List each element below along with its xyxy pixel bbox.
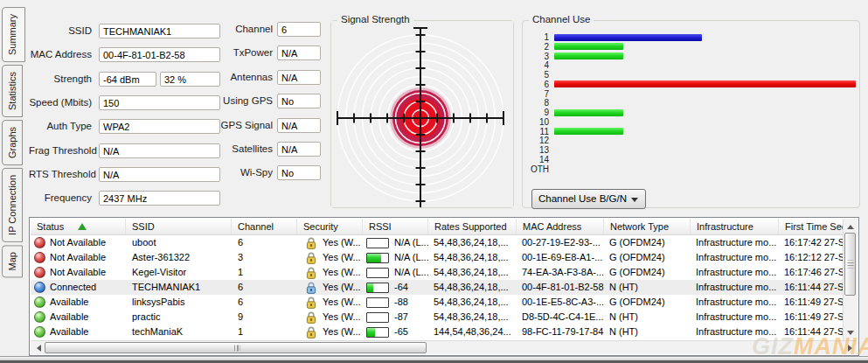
cell-ssid: TECHMANIAK1: [126, 280, 232, 295]
table-row-aster-361322[interactable]: Not AvailableAster-3613223 Yes (W...N/A …: [31, 250, 843, 265]
cell-infrastructure: Infrastructure mo...: [691, 265, 779, 280]
cell-status: Connected: [31, 280, 126, 295]
field-value[interactable]: -64 dBm: [99, 72, 156, 87]
table-row-techmaniak1[interactable]: ConnectedTECHMANIAK16 Yes (W...-6454,48,…: [31, 280, 843, 295]
cell-channel: 6: [232, 235, 297, 250]
summary-fields-right: Channel6TxPowerN/AAntennasN/AUsing GPSNo…: [210, 17, 325, 192]
scroll-right-button[interactable]: [844, 341, 855, 354]
header-cell-infrastructure[interactable]: Infrastructure: [691, 219, 779, 234]
header-cell-channel[interactable]: Channel: [232, 219, 297, 234]
field-value[interactable]: N/A: [99, 167, 220, 182]
scroll-left-button[interactable]: [33, 341, 44, 354]
lock-icon: [306, 252, 316, 264]
field-value[interactable]: 6: [277, 22, 321, 37]
field-value[interactable]: 2437 MHz: [99, 191, 220, 206]
channel-label: 7: [526, 90, 549, 98]
rssi-bar: [366, 268, 389, 278]
channel-bar-row-oth: OTH: [526, 165, 554, 173]
header-cell-security[interactable]: Security: [297, 219, 363, 234]
tab-strip: SummaryStatisticsGraphsIP ConnectionMap: [2, 7, 25, 277]
cell-status: Available: [31, 310, 126, 325]
cell-network-type: G (OFDM24): [604, 235, 691, 250]
status-text: Connected: [50, 280, 96, 295]
scroll-down-button[interactable]: [844, 327, 858, 338]
table-row-techmaniak[interactable]: AvailabletechManiaK1 Yes (W...-65144,54,…: [31, 325, 843, 339]
header-cell-network-type[interactable]: Network Type: [604, 219, 691, 234]
field-value[interactable]: 150: [99, 95, 220, 110]
vertical-scroll-thumb[interactable]: [844, 233, 856, 296]
table-row-linksyspabis[interactable]: AvailablelinksysPabis6 Yes (W...-8854,48…: [31, 295, 843, 310]
cell-channel: 9: [232, 310, 297, 325]
channel-use-mode-dropdown[interactable]: Channel Use B/G/N: [531, 189, 646, 209]
field-value[interactable]: 00-4F-81-01-B2-58: [99, 47, 220, 62]
header-cell-first-time-seen[interactable]: First Time Seen: [779, 219, 844, 234]
cell-status: Available: [31, 295, 126, 310]
header-cell-ssid[interactable]: SSID: [126, 219, 232, 234]
cell-ssid: linksysPabis: [126, 295, 232, 310]
dropdown-value: Channel Use B/G/N: [538, 193, 627, 204]
tab-graphs[interactable]: Graphs: [2, 120, 23, 165]
field-value[interactable]: No: [277, 94, 321, 108]
tab-statistics[interactable]: Statistics: [2, 65, 23, 117]
signal-strength-radar: [331, 21, 513, 207]
rssi-text: -88: [394, 295, 408, 310]
cell-channel: 6: [232, 295, 297, 310]
field-label: Antennas: [210, 70, 273, 85]
field-value[interactable]: TECHMANIAK1: [99, 24, 220, 38]
status-text: Not Available: [50, 265, 106, 280]
tab-map[interactable]: Map: [2, 245, 23, 277]
scroll-up-button[interactable]: [844, 221, 858, 232]
field-value[interactable]: N/A: [277, 118, 321, 133]
channel-use-groupbox: Channel Use 1234567891011121314OTH Chann…: [522, 20, 860, 208]
table-row-kegel-visitor[interactable]: Not AvailableKegel-Visitor1 Yes (W...N/A…: [31, 265, 843, 280]
table-row-uboot[interactable]: Not Availableuboot6 Yes (W...N/A (L...54…: [31, 235, 843, 250]
channel-use-title: Channel Use: [529, 14, 594, 24]
table-body: Not Availableuboot6 Yes (W...N/A (L...54…: [31, 235, 843, 339]
cell-mac-address: 98-FC-11-79-17-84: [517, 325, 604, 339]
tab-ip-connection[interactable]: IP Connection: [2, 168, 23, 242]
cell-mac-address: 00-1E-E5-8C-A3-...: [517, 295, 604, 310]
cell-first-time-seen: 16:12:12 27-Se: [779, 250, 844, 265]
channel-label: 8: [526, 99, 549, 107]
field-value[interactable]: WPA2: [99, 119, 220, 134]
cell-ssid: techManiaK: [126, 325, 232, 339]
cell-ssid: uboot: [126, 235, 232, 250]
header-cell-rates-supported[interactable]: Rates Supported: [428, 219, 517, 234]
arrow-left-icon: [37, 345, 41, 352]
security-text: Yes (W...: [323, 280, 361, 295]
tab-summary[interactable]: Summary: [2, 7, 25, 62]
field-value[interactable]: No: [277, 165, 321, 180]
status-dot-icon: [34, 297, 45, 308]
channel-label: 14: [526, 156, 549, 164]
field-value[interactable]: N/A: [277, 70, 321, 85]
header-cell-status[interactable]: Status: [31, 219, 126, 234]
status-dot-icon: [34, 237, 45, 248]
cell-network-type: G (OFDM24): [604, 250, 691, 265]
header-cell-mac-address[interactable]: MAC Address: [517, 219, 604, 234]
field-value[interactable]: N/A: [277, 45, 321, 60]
app-window: { "tabs": [ {"label": "Summary", "active…: [0, 0, 868, 363]
horizontal-scrollbar[interactable]: [31, 340, 858, 354]
field-row-ssid: SSIDTECHMANIAK1: [29, 24, 226, 39]
channel-usage-bar: [554, 80, 856, 87]
field-label: SSID: [29, 24, 92, 38]
cell-first-time-seen: 16:17:46 27-Se: [779, 265, 844, 280]
status-text: Available: [50, 325, 88, 339]
horizontal-scroll-thumb[interactable]: [45, 342, 427, 353]
cell-first-time-seen: 16:17:42 27-Se: [779, 235, 844, 250]
field-value[interactable]: N/A: [99, 143, 220, 158]
status-dot-icon: [34, 282, 45, 293]
table-row-practic[interactable]: Availablepractic9 Yes (W...-8754,48,36,2…: [31, 310, 843, 325]
vertical-scrollbar[interactable]: [843, 219, 858, 340]
field-value[interactable]: N/A: [277, 142, 321, 157]
header-cell-rssi[interactable]: RSSI: [363, 219, 428, 234]
security-text: Yes (W...: [323, 325, 361, 339]
status-dot-icon: [34, 326, 45, 338]
rssi-bar: [366, 253, 389, 263]
cell-security: Yes (W...: [297, 310, 363, 325]
summary-fields-left: SSIDTECHMANIAK1MAC Address00-4F-81-01-B2…: [29, 17, 226, 214]
channel-label: 9: [526, 108, 549, 116]
cell-infrastructure: Infrastructure mo...: [691, 295, 779, 310]
cell-security: Yes (W...: [297, 325, 363, 339]
field-label: Using GPS: [210, 94, 273, 108]
